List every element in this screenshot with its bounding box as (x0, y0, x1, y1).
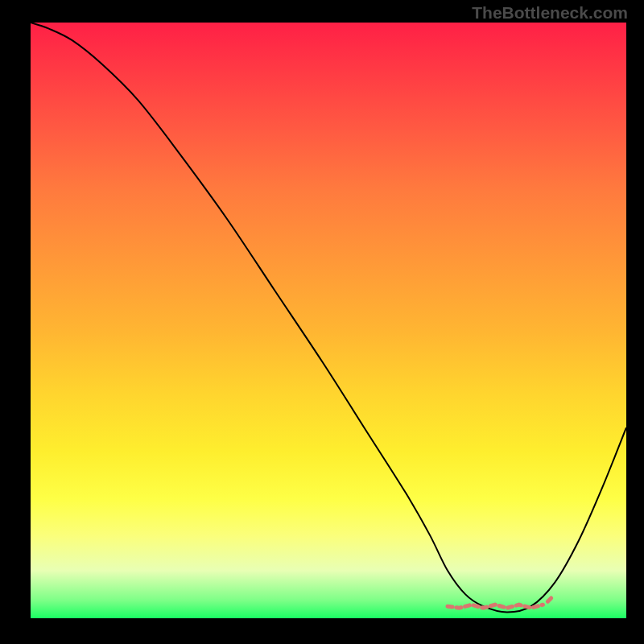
chart-svg (31, 23, 626, 618)
plot-area (31, 23, 626, 618)
watermark-text: TheBottleneck.com (472, 3, 628, 23)
bottleneck-curve (31, 23, 626, 613)
